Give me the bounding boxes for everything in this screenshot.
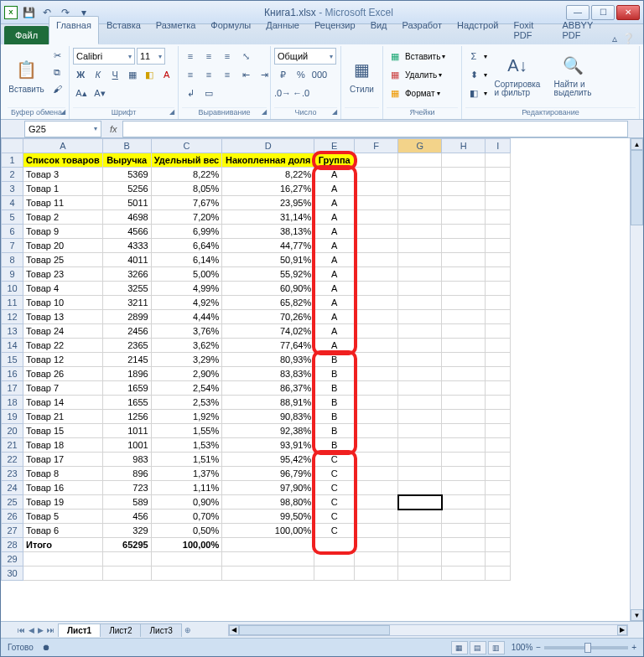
- comma-icon[interactable]: 000: [311, 67, 328, 82]
- currency-icon[interactable]: ₽: [274, 67, 291, 82]
- cell-I25[interactable]: [486, 495, 511, 510]
- cell-C19[interactable]: 1,92%: [151, 410, 222, 424]
- cell-C4[interactable]: 7,67%: [151, 196, 222, 210]
- tab-foxit pdf[interactable]: Foxit PDF: [506, 16, 554, 44]
- sheet-nav-next-icon[interactable]: ▶: [38, 626, 44, 634]
- cell-B28[interactable]: 65295: [102, 538, 151, 552]
- cell-E27[interactable]: C: [314, 524, 355, 538]
- col-header-H[interactable]: H: [442, 139, 486, 153]
- zoom-in-icon[interactable]: +: [631, 643, 636, 652]
- cell-A18[interactable]: Товар 14: [23, 396, 103, 410]
- cell-B20[interactable]: 1011: [102, 424, 151, 438]
- cell-G14[interactable]: [398, 339, 442, 353]
- autosum-icon[interactable]: Σ: [465, 49, 482, 64]
- cell-F21[interactable]: [355, 438, 398, 453]
- cell-E21[interactable]: B: [314, 438, 355, 453]
- tab-abbyy pdf[interactable]: ABBYY PDF: [555, 16, 612, 44]
- row-header-12[interactable]: 12: [2, 310, 23, 324]
- cell-E24[interactable]: C: [314, 481, 355, 495]
- cell-C9[interactable]: 5,00%: [151, 267, 222, 282]
- cell-B22[interactable]: 983: [102, 453, 151, 467]
- cell-F8[interactable]: [355, 253, 398, 267]
- row-header-29[interactable]: 29: [2, 552, 23, 566]
- tab-главная[interactable]: Главная: [49, 16, 99, 44]
- cell-G29[interactable]: [398, 552, 442, 566]
- sheet-nav-prev-icon[interactable]: ◀: [29, 626, 34, 634]
- cell-E3[interactable]: A: [314, 182, 355, 196]
- cell-E30[interactable]: [314, 566, 355, 581]
- cell-D23[interactable]: 96,79%: [222, 467, 314, 481]
- cell-H26[interactable]: [442, 510, 486, 524]
- cell-A3[interactable]: Товар 1: [23, 182, 103, 196]
- cell-I18[interactable]: [486, 396, 511, 410]
- cell-H1[interactable]: [442, 153, 486, 168]
- cell-I15[interactable]: [486, 353, 511, 367]
- cell-E22[interactable]: C: [314, 453, 355, 467]
- cell-C13[interactable]: 3,76%: [151, 324, 222, 339]
- cell-F12[interactable]: [355, 310, 398, 324]
- cell-B21[interactable]: 1001: [102, 438, 151, 453]
- scroll-right-icon[interactable]: ▶: [617, 625, 627, 635]
- cell-A21[interactable]: Товар 18: [23, 438, 103, 453]
- scroll-thumb[interactable]: [631, 150, 643, 225]
- cell-G16[interactable]: [398, 367, 442, 381]
- align-middle-icon[interactable]: ≡: [200, 49, 217, 64]
- zoom-slider[interactable]: [544, 646, 628, 649]
- row-header-30[interactable]: 30: [2, 566, 23, 581]
- cell-G17[interactable]: [398, 381, 442, 396]
- cell-B11[interactable]: 3211: [102, 296, 151, 310]
- styles-button[interactable]: ▦ Стили: [345, 48, 379, 101]
- save-icon[interactable]: 💾: [21, 5, 36, 20]
- cell-A2[interactable]: Товар 3: [23, 168, 103, 182]
- merge-icon[interactable]: ▭: [200, 85, 217, 101]
- cell-F7[interactable]: [355, 239, 398, 253]
- tab-вид[interactable]: Вид: [363, 16, 395, 44]
- cell-D8[interactable]: 50,91%: [222, 253, 314, 267]
- cell-F11[interactable]: [355, 296, 398, 310]
- font-dialog-icon[interactable]: ◢: [169, 108, 174, 116]
- cell-B19[interactable]: 1256: [102, 410, 151, 424]
- cell-A19[interactable]: Товар 21: [23, 410, 103, 424]
- cell-B15[interactable]: 2145: [102, 353, 151, 367]
- cell-C26[interactable]: 0,70%: [151, 510, 222, 524]
- cell-D5[interactable]: 31,14%: [222, 210, 314, 225]
- cell-E6[interactable]: A: [314, 225, 355, 239]
- cell-A5[interactable]: Товар 2: [23, 210, 103, 225]
- name-box[interactable]: G25▾: [24, 121, 101, 137]
- cell-C30[interactable]: [151, 566, 222, 581]
- tab-надстрой[interactable]: Надстрой: [449, 16, 506, 44]
- cell-D30[interactable]: [222, 566, 314, 581]
- font-size-combo[interactable]: 11▾: [137, 48, 165, 65]
- horizontal-scrollbar[interactable]: ◀ ▶: [228, 624, 628, 636]
- increase-font-icon[interactable]: A▴: [73, 85, 90, 101]
- row-header-5[interactable]: 5: [2, 210, 23, 225]
- scroll-left-icon[interactable]: ◀: [229, 625, 239, 635]
- find-select-button[interactable]: 🔍 Найти и выделить: [548, 48, 598, 101]
- cell-D11[interactable]: 65,82%: [222, 296, 314, 310]
- cell-C18[interactable]: 2,53%: [151, 396, 222, 410]
- cell-E2[interactable]: A: [314, 168, 355, 182]
- cell-I23[interactable]: [486, 467, 511, 481]
- cell-F9[interactable]: [355, 267, 398, 282]
- delete-cells-label[interactable]: Удалить: [405, 70, 437, 80]
- cell-D27[interactable]: 100,00%: [222, 524, 314, 538]
- cell-B23[interactable]: 896: [102, 467, 151, 481]
- cell-I4[interactable]: [486, 196, 511, 210]
- cell-E5[interactable]: A: [314, 210, 355, 225]
- row-header-8[interactable]: 8: [2, 253, 23, 267]
- cell-G4[interactable]: [398, 196, 442, 210]
- cell-B10[interactable]: 3255: [102, 282, 151, 296]
- cell-B25[interactable]: 589: [102, 495, 151, 510]
- row-header-19[interactable]: 19: [2, 410, 23, 424]
- cell-C29[interactable]: [151, 552, 222, 566]
- cell-E11[interactable]: A: [314, 296, 355, 310]
- cell-F16[interactable]: [355, 367, 398, 381]
- cell-H24[interactable]: [442, 481, 486, 495]
- cell-A8[interactable]: Товар 25: [23, 253, 103, 267]
- cell-A26[interactable]: Товар 5: [23, 510, 103, 524]
- cell-G23[interactable]: [398, 467, 442, 481]
- cell-E23[interactable]: C: [314, 467, 355, 481]
- cell-A9[interactable]: Товар 23: [23, 267, 103, 282]
- cell-D25[interactable]: 98,80%: [222, 495, 314, 510]
- tab-формулы[interactable]: Формулы: [203, 16, 258, 44]
